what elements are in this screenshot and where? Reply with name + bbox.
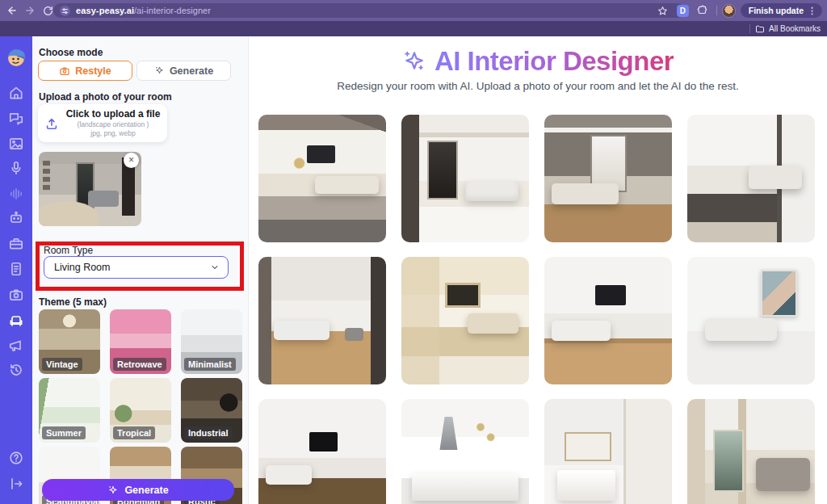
main-content: AI Interior Designer Redesign your room … — [249, 36, 827, 504]
browser-window: easy-peasy.ai/ai-interior-designer D Fin… — [0, 0, 827, 504]
profile-avatar[interactable] — [722, 4, 736, 18]
gallery-image — [687, 399, 815, 504]
generate-mode-button[interactable]: Generate — [136, 61, 231, 81]
finish-update-button[interactable]: Finish update ⋮ — [741, 3, 822, 18]
upload-title: Click to upload a file — [65, 108, 161, 120]
toolbox-icon[interactable] — [8, 236, 24, 252]
remove-thumbnail-button[interactable]: × — [124, 153, 139, 168]
gallery-image — [687, 257, 815, 384]
page-title: AI Interior Designer — [434, 46, 674, 77]
gallery-image — [687, 115, 815, 242]
gallery-image — [258, 399, 386, 504]
upload-hint-formats: jpg, png, webp — [65, 129, 161, 138]
camera-icon[interactable] — [8, 287, 24, 303]
megaphone-icon[interactable] — [8, 338, 24, 354]
theme-grid: Vintage Retrowave Minimalist Summer Trop… — [39, 309, 242, 504]
gallery-image — [401, 115, 529, 242]
settings-panel: Choose mode Restyle Generate Upload a ph… — [32, 36, 249, 504]
microphone-icon[interactable] — [8, 160, 24, 176]
upload-section-label: Upload a photo of your room — [39, 91, 172, 103]
example-gallery — [258, 115, 815, 504]
url-host: easy-peasy.ai — [76, 6, 134, 15]
theme-section-label: Theme (5 max) — [39, 296, 107, 308]
url-path: /ai-interior-designer — [134, 6, 211, 15]
image-icon[interactable] — [8, 136, 24, 152]
home-icon[interactable] — [8, 85, 24, 101]
back-icon[interactable] — [3, 2, 21, 19]
room-type-value: Living Room — [54, 262, 110, 273]
chat-icon[interactable] — [8, 111, 24, 127]
extensions-puzzle-icon[interactable] — [694, 2, 712, 19]
choose-mode-label: Choose mode — [39, 47, 103, 58]
theme-card-industrial[interactable]: Industrial — [181, 378, 242, 443]
easy-peasy-logo[interactable] — [6, 46, 27, 68]
chevron-down-icon — [210, 262, 220, 272]
sparkle-icon — [107, 485, 119, 496]
upload-icon — [44, 116, 59, 131]
generate-button[interactable]: Generate — [42, 479, 234, 501]
sparkle-icon — [402, 49, 426, 74]
toolbar-separator — [716, 6, 717, 15]
finish-update-label: Finish update — [749, 6, 804, 15]
sofa-icon[interactable] — [8, 313, 24, 329]
upload-dropzone[interactable]: Click to upload a file (landscape orient… — [38, 104, 167, 142]
theme-card-summer[interactable]: Summer — [39, 378, 100, 443]
robot-icon[interactable] — [8, 210, 24, 226]
room-type-label: Room Type — [44, 245, 93, 256]
gallery-image — [544, 399, 672, 504]
app-sidebar — [0, 36, 32, 504]
upload-hint-orientation: (landscape orientation ) — [65, 120, 161, 129]
folder-icon — [755, 24, 765, 34]
help-icon[interactable] — [8, 450, 24, 466]
address-bar[interactable]: easy-peasy.ai/ai-interior-designer — [53, 3, 685, 18]
extension-d-badge[interactable]: D — [677, 5, 689, 17]
theme-card-minimalist[interactable]: Minimalist — [181, 309, 242, 374]
browser-toolbar: easy-peasy.ai/ai-interior-designer D Fin… — [0, 0, 827, 21]
browser-menu-icon[interactable]: ⋮ — [808, 6, 817, 16]
site-info-icon[interactable] — [60, 6, 70, 16]
theme-card-vintage[interactable]: Vintage — [39, 309, 100, 374]
bookmarks-separator — [749, 24, 750, 33]
camera-icon — [59, 65, 70, 77]
sparkle-icon — [154, 65, 165, 76]
bookmarks-bar: All Bookmarks — [0, 21, 827, 36]
theme-card-retrowave[interactable]: Retrowave — [110, 309, 171, 374]
theme-card-tropical[interactable]: Tropical — [110, 378, 171, 443]
gallery-image — [258, 257, 386, 384]
mode-toggle: Restyle Generate — [38, 61, 231, 81]
gallery-image — [258, 115, 386, 242]
gallery-image — [401, 399, 529, 504]
gallery-image — [544, 115, 672, 242]
restyle-mode-button[interactable]: Restyle — [38, 61, 132, 81]
bookmark-star-icon[interactable] — [654, 2, 672, 19]
room-type-select[interactable]: Living Room — [44, 256, 229, 279]
forward-icon[interactable] — [21, 2, 39, 19]
history-icon[interactable] — [8, 362, 24, 378]
gallery-image — [401, 257, 529, 384]
gallery-image — [544, 257, 672, 384]
document-icon[interactable] — [8, 261, 24, 277]
logout-icon[interactable] — [8, 476, 24, 492]
hero-header: AI Interior Designer Redesign your room … — [249, 46, 827, 92]
all-bookmarks-button[interactable]: All Bookmarks — [755, 24, 821, 34]
page-subtitle: Redesign your room with AI. Upload a pho… — [249, 80, 827, 92]
waveform-icon[interactable] — [8, 186, 24, 202]
